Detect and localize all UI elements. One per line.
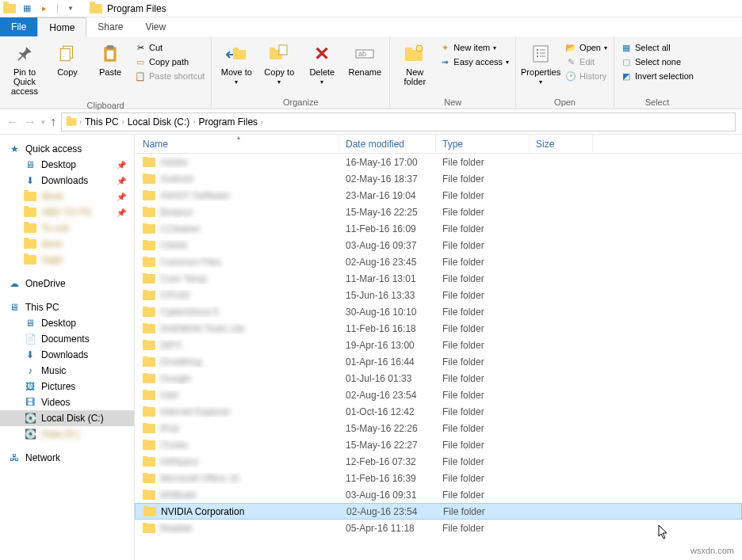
sidebar-this-pc[interactable]: 🖥This PC	[0, 299, 134, 315]
crumb-this-pc[interactable]: This PC	[83, 116, 120, 128]
properties-qat-icon[interactable]: ▦	[21, 2, 33, 15]
table-row[interactable]: CyberGhost 530-Aug-16 10:10File folder	[135, 303, 742, 320]
recent-locations-button[interactable]: ▾	[41, 118, 45, 126]
col-size[interactable]: Size	[530, 135, 593, 153]
sidebar-quick-access[interactable]: ★Quick access	[0, 141, 134, 157]
table-row[interactable]: Common Files02-Aug-16 23:45File folder	[135, 253, 742, 270]
sidebar-tp-music[interactable]: ♪Music	[0, 363, 134, 379]
chevron-right-icon[interactable]: ›	[193, 118, 195, 126]
table-row[interactable]: iPod15-May-16 22:26File folder	[135, 420, 742, 436]
pin-to-quick-access-button[interactable]: Pin to Quick access	[5, 40, 44, 99]
table-row[interactable]: DIFX19-Apr-16 13:00File folder	[135, 337, 742, 353]
new-item-button[interactable]: ✦New item ▾	[438, 41, 511, 54]
file-type: File folder	[436, 406, 530, 417]
table-row[interactable]: AVAST Software23-Mar-16 19:04File folder	[135, 187, 742, 204]
sidebar-hidden-1[interactable]: Work📌	[0, 189, 134, 204]
col-type[interactable]: Type	[436, 135, 530, 153]
select-all-button[interactable]: ▦Select all	[619, 41, 695, 54]
sidebar-onedrive[interactable]: ☁OneDrive	[0, 276, 134, 291]
table-row[interactable]: iTunes15-May-16 22:27File folder	[135, 436, 742, 453]
table-row[interactable]: CMAK03-Aug-16 09:37File folder	[135, 237, 742, 253]
table-row[interactable]: KMSpico12-Feb-16 07:32File folder	[135, 453, 742, 470]
file-type: File folder	[437, 506, 530, 517]
invert-selection-button[interactable]: ◩Invert selection	[619, 70, 695, 82]
col-name[interactable]: Name▴	[135, 135, 339, 153]
qat-dropdown-icon[interactable]: ▼	[64, 2, 77, 15]
pictures-icon: 🖼	[24, 381, 36, 392]
easy-access-button[interactable]: ➟Easy access ▾	[438, 55, 511, 68]
select-none-button[interactable]: ▢Select none	[619, 55, 695, 68]
table-row[interactable]: DroidKing01-Apr-16 16:44File folder	[135, 353, 742, 370]
cut-button[interactable]: ✂Cut	[133, 41, 206, 54]
edit-button[interactable]: ✎Edit	[564, 55, 609, 68]
table-row[interactable]: Adobe16-May-16 17:00File folder	[135, 154, 742, 170]
table-row[interactable]: Intel02-Aug-16 23:54File folder	[135, 387, 742, 403]
table-row[interactable]: CCleaner11-Feb-16 16:09File folder	[135, 220, 742, 237]
file-type: File folder	[436, 273, 530, 284]
copy-path-button[interactable]: ▭Copy path	[133, 55, 206, 68]
sidebar-tp-localdisk[interactable]: 💽Local Disk (C:)	[0, 410, 134, 426]
back-button[interactable]: ←	[6, 115, 19, 129]
sidebar-tp-videos[interactable]: 🎞Videos	[0, 394, 134, 410]
sidebar-downloads[interactable]: ⬇Downloads📌	[0, 173, 134, 189]
table-row[interactable]: Internet Explorer01-Oct-16 12:42File fol…	[135, 403, 742, 420]
tab-file[interactable]: File	[0, 17, 37, 36]
history-button[interactable]: 🕑History	[564, 70, 609, 82]
tab-home[interactable]: Home	[37, 17, 86, 36]
delete-button[interactable]: ✕ Delete▾	[302, 40, 342, 90]
table-row[interactable]: Android02-May-16 18:37File folder	[135, 170, 742, 187]
tab-view[interactable]: View	[134, 17, 177, 36]
sidebar-hidden-4[interactable]: done	[0, 236, 134, 252]
file-date: 23-Mar-16 19:04	[339, 190, 436, 201]
col-date[interactable]: Date modified	[339, 135, 436, 153]
sidebar-tp-desktop[interactable]: 🖥Desktop	[0, 315, 134, 331]
window-title: Program Files	[90, 3, 166, 14]
paste-shortcut-button[interactable]: 📋Paste shortcut	[133, 70, 206, 82]
chevron-right-icon[interactable]: ›	[122, 118, 124, 126]
sidebar-desktop[interactable]: 🖥Desktop📌	[0, 157, 134, 173]
copy-button[interactable]: Copy	[48, 40, 87, 80]
address-bar[interactable]: › This PC › Local Disk (C:) › Program Fi…	[61, 112, 736, 131]
sidebar-tp-documents[interactable]: 📄Documents	[0, 331, 134, 347]
folder-icon	[143, 224, 155, 234]
new-folder-button[interactable]: New folder	[395, 40, 434, 90]
file-name: CCleaner	[160, 223, 201, 234]
table-row[interactable]: Core Temp11-Mar-16 13:01File folder	[135, 270, 742, 287]
table-row[interactable]: DAEMON Tools Lite11-Feb-16 16:18File fol…	[135, 320, 742, 337]
table-row[interactable]: NVIDIA Corporation02-Aug-16 23:54File fo…	[135, 503, 742, 520]
open-button[interactable]: 📂Open ▾	[564, 41, 609, 54]
rename-button[interactable]: ab Rename	[345, 40, 384, 80]
sidebar-tp-pictures[interactable]: 🖼Pictures	[0, 379, 134, 394]
sidebar-hidden-2[interactable]: ABD TO PS📌	[0, 204, 134, 220]
tab-share[interactable]: Share	[86, 17, 134, 36]
file-type: File folder	[436, 456, 530, 467]
new-folder-qat-icon[interactable]: ▸	[38, 2, 51, 15]
sidebar-tp-downloads[interactable]: ⬇Downloads	[0, 347, 134, 363]
up-button[interactable]: ↑	[50, 115, 56, 129]
move-to-button[interactable]: Move to▾	[216, 40, 256, 90]
crumb-program-files[interactable]: Program Files	[197, 116, 259, 128]
forward-button[interactable]: →	[24, 115, 36, 129]
folder-icon	[143, 490, 155, 500]
table-row[interactable]: MSBuild03-Aug-16 09:31File folder	[135, 486, 742, 503]
file-type: File folder	[436, 473, 530, 484]
chevron-right-icon[interactable]: ›	[261, 118, 263, 126]
file-date: 11-Feb-16 16:18	[339, 323, 436, 334]
folder-icon	[143, 424, 155, 433]
paste-button[interactable]: Paste	[90, 40, 130, 80]
table-row[interactable]: Realtek05-Apr-16 11:18File folder	[135, 520, 742, 536]
properties-button[interactable]: Properties▾	[521, 40, 560, 90]
copy-to-button[interactable]: Copy to▾	[259, 40, 299, 90]
ribbon: Pin to Quick access Copy Paste ✂Cut ▭Cop…	[0, 36, 742, 109]
sidebar-network[interactable]: 🖧Network	[0, 450, 134, 466]
sidebar-hidden-6[interactable]: 💽Data (D:)	[0, 426, 134, 442]
table-row[interactable]: CPUID15-Jun-16 13:33File folder	[135, 287, 742, 303]
crumb-local-disk[interactable]: Local Disk (C:)	[126, 116, 192, 128]
table-row[interactable]: Microsoft Office 1511-Feb-16 16:39File f…	[135, 470, 742, 486]
table-row[interactable]: Bonjour15-May-16 22:25File folder	[135, 204, 742, 220]
chevron-right-icon[interactable]: ›	[79, 118, 82, 126]
table-row[interactable]: Google01-Jul-16 01:33File folder	[135, 370, 742, 387]
sidebar-hidden-3[interactable]: To sub	[0, 220, 134, 236]
sidebar-hidden-5[interactable]: Sajid	[0, 252, 134, 268]
file-type: File folder	[436, 240, 530, 251]
